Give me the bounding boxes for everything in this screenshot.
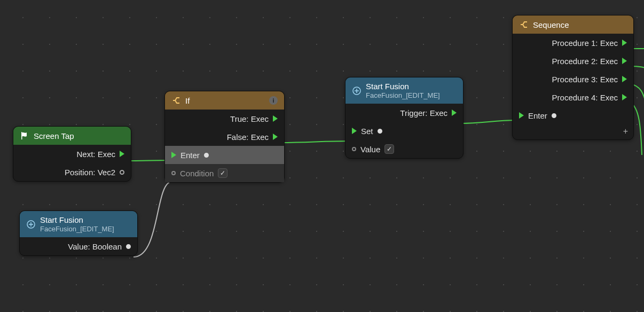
output-true[interactable]: True: Exec	[165, 110, 284, 128]
output-next[interactable]: Next: Exec	[13, 145, 131, 163]
data-out-icon[interactable]	[126, 244, 131, 249]
exec-out-icon[interactable]	[273, 134, 278, 140]
exec-out-icon[interactable]	[622, 94, 627, 100]
node-sequence[interactable]: Sequence Procedure 1: Exec Procedure 2: …	[512, 15, 634, 140]
plus-circle-icon	[26, 220, 36, 229]
node-screen-tap[interactable]: Screen Tap Next: Exec Position: Vec2	[13, 126, 131, 182]
data-out-icon[interactable]	[120, 170, 124, 175]
input-enter[interactable]: Enter	[513, 106, 633, 124]
exec-out-icon[interactable]	[273, 115, 278, 122]
status-dot-icon	[552, 113, 556, 118]
add-output-button[interactable]: +	[623, 127, 628, 136]
output-position[interactable]: Position: Vec2	[13, 163, 131, 181]
node-start-fusion-var[interactable]: Start Fusion FaceFusion_[EDIT_ME] Value:…	[19, 210, 138, 256]
node-header[interactable]: Screen Tap	[13, 127, 131, 145]
flag-icon	[20, 131, 29, 141]
exec-out-icon[interactable]	[622, 40, 627, 46]
output-proc2[interactable]: Procedure 2: Exec	[513, 52, 633, 70]
status-dot-icon	[378, 129, 382, 134]
input-enter[interactable]: Enter	[165, 146, 284, 164]
exec-in-icon[interactable]	[171, 152, 176, 158]
output-proc3[interactable]: Procedure 3: Exec	[513, 70, 633, 88]
output-proc1[interactable]: Procedure 1: Exec	[513, 34, 633, 52]
node-if[interactable]: If i True: Exec False: Exec Enter Condit…	[164, 91, 285, 183]
node-start-fusion-set[interactable]: Start Fusion FaceFusion_[EDIT_ME] Trigge…	[345, 77, 464, 159]
node-subtitle: FaceFusion_[EDIT_ME]	[40, 225, 114, 233]
node-title: Sequence	[533, 20, 569, 29]
node-title: If	[185, 96, 190, 105]
plus-circle-icon	[352, 86, 362, 96]
input-set[interactable]: Set	[345, 122, 463, 140]
output-proc4[interactable]: Procedure 4: Exec	[513, 88, 633, 106]
node-header[interactable]: Start Fusion FaceFusion_[EDIT_ME]	[345, 77, 463, 104]
info-icon[interactable]: i	[269, 96, 278, 105]
node-header[interactable]: If i	[165, 91, 284, 110]
node-header[interactable]: Sequence	[513, 15, 633, 34]
branch-icon	[519, 20, 529, 29]
exec-in-icon[interactable]	[352, 128, 357, 134]
input-value[interactable]: Value ✓	[345, 140, 463, 158]
exec-out-icon[interactable]	[120, 151, 124, 157]
value-checkbox[interactable]: ✓	[384, 144, 394, 154]
output-trigger[interactable]: Trigger: Exec	[345, 104, 463, 122]
status-dot-icon	[204, 153, 209, 158]
exec-out-icon[interactable]	[622, 76, 627, 82]
condition-checkbox[interactable]: ✓	[218, 168, 227, 178]
node-title: Start Fusion	[366, 82, 440, 91]
node-canvas[interactable]: Screen Tap Next: Exec Position: Vec2 Sta…	[0, 0, 644, 312]
data-in-icon[interactable]	[171, 171, 176, 175]
exec-out-icon[interactable]	[452, 110, 457, 116]
node-title: Screen Tap	[34, 131, 74, 141]
node-subtitle: FaceFusion_[EDIT_ME]	[366, 91, 440, 99]
output-value[interactable]: Value: Boolean	[20, 237, 137, 255]
node-title: Start Fusion	[40, 215, 114, 224]
node-header[interactable]: Start Fusion FaceFusion_[EDIT_ME]	[20, 211, 137, 237]
output-false[interactable]: False: Exec	[165, 128, 284, 146]
branch-icon	[171, 96, 181, 105]
input-condition[interactable]: Condition ✓	[165, 164, 284, 182]
exec-out-icon[interactable]	[622, 58, 627, 64]
exec-in-icon[interactable]	[519, 112, 524, 119]
data-in-icon[interactable]	[352, 147, 356, 151]
